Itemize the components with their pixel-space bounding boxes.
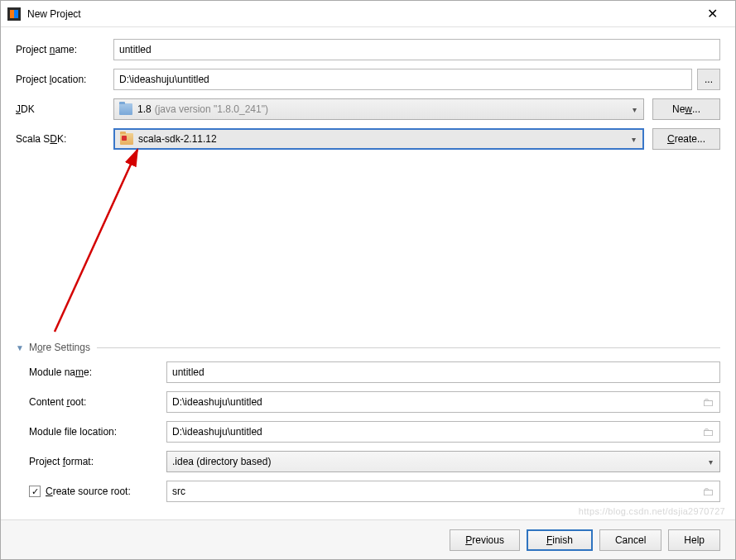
label-jdk: JDK xyxy=(16,103,113,115)
help-button[interactable]: Help xyxy=(668,529,720,551)
chevron-down-icon: ▾ xyxy=(709,457,713,467)
label-project-name: Project name: xyxy=(16,44,113,55)
label-project-format: Project format: xyxy=(29,456,166,467)
jdk-combo[interactable]: 1.8 (java version "1.8.0_241") ▾ xyxy=(113,98,644,120)
browse-folder-icon[interactable]: 🗀 xyxy=(700,395,716,409)
jdk-value: 1.8 xyxy=(137,103,152,115)
source-root-input[interactable]: src 🗀 xyxy=(166,481,720,502)
source-root-value: src xyxy=(172,486,700,497)
label-content-root: Content root: xyxy=(29,396,166,408)
module-file-location-value: D:\ideashuju\untitled xyxy=(172,426,700,438)
more-settings-label: More Settings xyxy=(29,342,90,353)
watermark: https://blog.csdn.net/dsjia2970727 xyxy=(579,506,725,516)
finish-button[interactable]: Finish xyxy=(527,529,593,551)
content-root-value: D:\ideashuju\untitled xyxy=(172,396,700,408)
titlebar: New Project ✕ xyxy=(1,1,735,27)
scala-sdk-combo[interactable]: scala-sdk-2.11.12 ▾ xyxy=(113,128,644,150)
more-settings-toggle[interactable]: ▼ More Settings xyxy=(16,342,720,353)
label-project-location: Project location: xyxy=(16,74,113,85)
scala-sdk-value: scala-sdk-2.11.12 xyxy=(138,133,217,145)
project-location-input[interactable] xyxy=(113,69,692,90)
folder-icon xyxy=(120,133,133,145)
cancel-button[interactable]: Cancel xyxy=(599,529,661,551)
content-root-input[interactable]: D:\ideashuju\untitled 🗀 xyxy=(166,391,720,413)
label-scala-sdk: Scala SDK: xyxy=(16,133,113,145)
project-name-input[interactable] xyxy=(113,39,720,60)
folder-icon xyxy=(119,103,132,115)
create-source-root-checkbox[interactable]: ✓ xyxy=(29,486,41,497)
expand-icon: ▼ xyxy=(16,343,24,352)
module-name-input[interactable] xyxy=(166,361,720,383)
dialog-footer: Previous Finish Cancel Help xyxy=(1,519,735,559)
label-module-file-location: Module file location: xyxy=(29,426,166,438)
chevron-down-icon: ▾ xyxy=(632,135,636,144)
browse-folder-icon[interactable]: 🗀 xyxy=(700,485,716,498)
previous-button[interactable]: Previous xyxy=(450,529,520,551)
browse-folder-icon[interactable]: 🗀 xyxy=(700,425,716,438)
label-create-source-root: ✓ Create source root: xyxy=(29,486,166,497)
label-module-name: Module name: xyxy=(29,366,166,378)
new-jdk-button[interactable]: New... xyxy=(652,98,720,120)
divider xyxy=(97,347,720,348)
project-format-value: .idea (directory based) xyxy=(172,456,271,467)
module-file-location-input[interactable]: D:\ideashuju\untitled 🗀 xyxy=(166,421,720,443)
browse-location-button[interactable]: ... xyxy=(697,69,720,90)
project-format-combo[interactable]: .idea (directory based) ▾ xyxy=(166,451,720,472)
window-title: New Project xyxy=(27,8,81,20)
create-sdk-button[interactable]: Create... xyxy=(652,128,720,150)
app-icon xyxy=(7,7,21,21)
chevron-down-icon: ▾ xyxy=(633,105,637,114)
close-icon[interactable]: ✕ xyxy=(695,2,729,26)
form-content: Project name: Project location: ... JDK … xyxy=(1,27,735,502)
jdk-detail: (java version "1.8.0_241") xyxy=(155,103,268,115)
